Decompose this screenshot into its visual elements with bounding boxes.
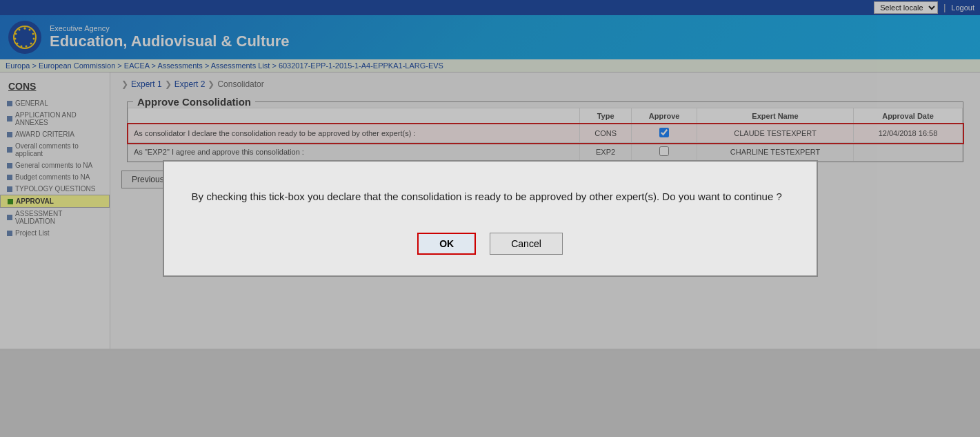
dialog-ok-button[interactable]: OK bbox=[417, 233, 476, 255]
dialog-cancel-button[interactable]: Cancel bbox=[490, 233, 563, 255]
dialog-box: By checking this tick-box you declare th… bbox=[163, 160, 818, 277]
dialog-message: By checking this tick-box you declare th… bbox=[192, 189, 789, 205]
dialog-overlay: By checking this tick-box you declare th… bbox=[0, 0, 980, 349]
dialog-buttons: OK Cancel bbox=[192, 233, 789, 255]
